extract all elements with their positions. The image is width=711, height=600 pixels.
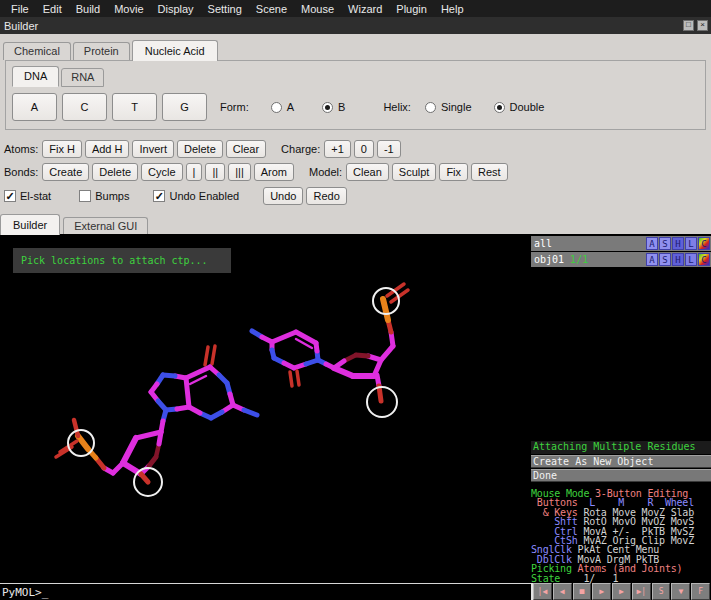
tab-chemical[interactable]: Chemical	[3, 42, 71, 60]
base-row: ACTG Form: AB Helix: SingleDouble	[12, 92, 699, 122]
wizard-button-create-as-new-object[interactable]: Create As New Object	[531, 455, 711, 468]
base-button-t[interactable]: T	[112, 93, 157, 121]
subtab-rna[interactable]: RNA	[61, 68, 104, 87]
object-all-button-h[interactable]: H	[672, 237, 684, 250]
bonds-button-3[interactable]: |	[186, 163, 203, 181]
object-obj01-button-s[interactable]: S	[659, 253, 671, 266]
molecule-bond	[186, 378, 189, 407]
restore-icon[interactable]: □	[683, 20, 694, 31]
object-obj01-button-a[interactable]: A	[646, 253, 658, 266]
charge-button-0[interactable]: +1	[324, 140, 351, 158]
bond-buttons: CreateDeleteCycle||||||Arom	[42, 163, 297, 181]
helix-radio-single[interactable]	[425, 102, 436, 113]
menu-item-wizard[interactable]: Wizard	[341, 3, 389, 15]
menu-item-build[interactable]: Build	[69, 3, 107, 15]
atoms-button-add-h[interactable]: Add H	[85, 140, 130, 158]
playback-button-4[interactable]: ▶	[612, 583, 631, 600]
tab-protein[interactable]: Protein	[73, 42, 130, 60]
model-buttons: CleanSculptFixRest	[346, 163, 511, 181]
form-label: Form:	[220, 101, 249, 113]
bottom-tab-builder[interactable]: Builder	[0, 214, 60, 235]
subtab-dna[interactable]: DNA	[12, 66, 59, 87]
model-button-clean[interactable]: Clean	[346, 163, 389, 181]
object-obj01-button-h[interactable]: H	[672, 253, 684, 266]
atoms-button-clear[interactable]: Clear	[226, 140, 266, 158]
object-row-obj01[interactable]: obj011/1ASHLC	[531, 252, 711, 267]
menu-item-help[interactable]: Help	[434, 3, 471, 15]
checkbox-option-el-stat[interactable]: ✓El-stat	[4, 190, 51, 202]
checkbox-bumps[interactable]	[79, 190, 91, 202]
menu-item-movie[interactable]: Movie	[107, 3, 150, 15]
form-radio-a[interactable]	[271, 102, 282, 113]
base-button-a[interactable]: A	[12, 93, 57, 121]
molecule-bond	[244, 410, 257, 415]
menu-item-file[interactable]: File	[4, 3, 36, 15]
bonds-button-0[interactable]: Create	[42, 163, 89, 181]
atoms-button-invert[interactable]: Invert	[132, 140, 174, 158]
checkbox-option-undo-enabled[interactable]: ✓Undo Enabled	[153, 190, 239, 202]
model-button-rest[interactable]: Rest	[471, 163, 508, 181]
playback-button-8[interactable]: F	[691, 583, 710, 600]
menu-item-edit[interactable]: Edit	[36, 3, 69, 15]
command-line-input[interactable]: PyMOL>_	[0, 583, 531, 600]
playback-button-2[interactable]: ■	[573, 583, 592, 600]
bonds-button-1[interactable]: Delete	[92, 163, 138, 181]
atoms-button-delete[interactable]: Delete	[177, 140, 223, 158]
helix-radio-double[interactable]	[494, 102, 505, 113]
model-button-sculpt[interactable]: Sculpt	[392, 163, 437, 181]
viewport-3d[interactable]: Pick locations to attach ctp...	[0, 234, 531, 583]
undo-redo-button-undo[interactable]: Undo	[263, 187, 303, 205]
form-option-b[interactable]: B	[322, 101, 345, 113]
atoms-label: Atoms:	[4, 143, 38, 155]
bonds-label: Bonds:	[4, 166, 38, 178]
atoms-button-fix-h[interactable]: Fix H	[42, 140, 82, 158]
playback-button-0[interactable]: |◀	[533, 583, 552, 600]
charge-button-2[interactable]: -1	[377, 140, 401, 158]
helix-option-double[interactable]: Double	[494, 101, 545, 113]
playback-button-7[interactable]: ▼	[671, 583, 690, 600]
object-all-button-l[interactable]: L	[685, 237, 697, 250]
bonds-button-4[interactable]: ||	[205, 163, 225, 181]
molecule-render	[0, 234, 531, 583]
form-radio-b[interactable]	[322, 102, 333, 113]
panel-spacer	[531, 268, 711, 441]
undo-redo-button-redo[interactable]: Redo	[306, 187, 346, 205]
menu-item-display[interactable]: Display	[151, 3, 201, 15]
molecule-bond	[74, 420, 78, 436]
object-obj01-button-l[interactable]: L	[685, 253, 697, 266]
molecule-bond	[272, 332, 296, 342]
charge-button-1[interactable]: 0	[354, 140, 374, 158]
close-icon[interactable]: ×	[697, 20, 708, 31]
object-name: obj01	[534, 254, 564, 265]
bonds-button-6[interactable]: Arom	[254, 163, 294, 181]
tab-nucleic-acid[interactable]: Nucleic Acid	[132, 40, 218, 61]
bonds-button-5[interactable]: |||	[228, 163, 251, 181]
base-button-c[interactable]: C	[62, 93, 107, 121]
object-all-button-c[interactable]: C	[698, 237, 710, 250]
wizard-button-done[interactable]: Done	[531, 469, 711, 482]
menu-item-scene[interactable]: Scene	[249, 3, 294, 15]
playback-button-6[interactable]: S	[652, 583, 671, 600]
menu-item-setting[interactable]: Setting	[201, 3, 249, 15]
model-button-fix[interactable]: Fix	[439, 163, 468, 181]
form-option-a[interactable]: A	[271, 101, 294, 113]
checkbox-el-stat[interactable]: ✓	[4, 190, 16, 202]
object-obj01-button-c[interactable]: C	[698, 253, 710, 266]
playback-button-3[interactable]: ▶	[592, 583, 611, 600]
menu-item-mouse[interactable]: Mouse	[294, 3, 341, 15]
main-area: Pick locations to attach ctp... allASHLC…	[0, 234, 711, 583]
playback-button-5[interactable]: ▶|	[632, 583, 651, 600]
checkbox-undo-enabled[interactable]: ✓	[153, 190, 165, 202]
menu-item-plugin[interactable]: Plugin	[389, 3, 434, 15]
object-all-button-a[interactable]: A	[646, 237, 658, 250]
playback-button-1[interactable]: ◀	[553, 583, 572, 600]
base-button-g[interactable]: G	[162, 93, 207, 121]
helix-option-single[interactable]: Single	[425, 101, 472, 113]
object-row-all[interactable]: allASHLC	[531, 236, 711, 251]
bonds-button-2[interactable]: Cycle	[141, 163, 183, 181]
helix-radio-label: Double	[510, 101, 545, 113]
object-all-button-s[interactable]: S	[659, 237, 671, 250]
bottom-tab-external-gui[interactable]: External GUI	[63, 217, 148, 235]
checkbox-option-bumps[interactable]: Bumps	[79, 190, 129, 202]
bottom-bar: PyMOL>_ |◀◀■▶▶▶|S▼F	[0, 583, 711, 600]
